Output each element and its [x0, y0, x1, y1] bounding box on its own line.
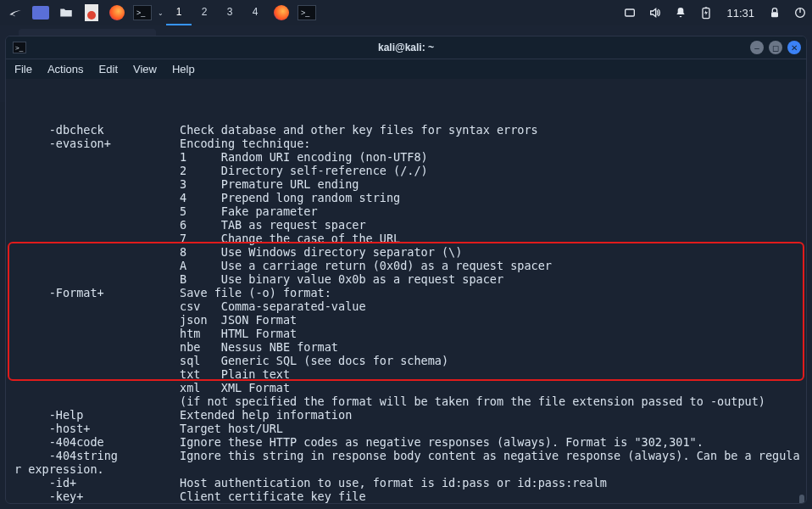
dashboard-icon[interactable] — [29, 2, 53, 24]
terminal-line: -Format+ Save file (-o) format: — [14, 286, 798, 299]
power-icon[interactable] — [792, 4, 809, 21]
terminal-line: txt Plain text — [14, 367, 798, 381]
terminal-line: csv Comma-separated-value — [14, 299, 798, 313]
lock-icon[interactable] — [766, 4, 783, 21]
terminal-line: htm HTML Format — [14, 327, 798, 340]
terminal-line: -Help Extended help information — [14, 408, 798, 422]
menu-edit[interactable]: Edit — [99, 63, 118, 76]
notifications-icon[interactable] — [672, 4, 689, 21]
files-icon[interactable] — [54, 2, 78, 24]
svg-rect-0 — [626, 9, 635, 16]
tray-app-icon[interactable] — [621, 4, 638, 21]
svg-rect-2 — [705, 7, 708, 8]
taskbar-left: >_ ⌄ 1234 >_ — [3, 0, 319, 25]
svg-rect-3 — [771, 12, 778, 17]
kali-logo-icon[interactable] — [3, 2, 27, 24]
minimize-button[interactable]: – — [750, 41, 764, 54]
taskbar-right: 11:31 — [621, 4, 809, 21]
terminal-line: (if not specified the format will be tak… — [14, 394, 798, 408]
terminal-line: r expression. — [14, 462, 798, 476]
terminal-line: -404code Ignore these HTTP codes as nega… — [14, 435, 798, 449]
terminal-line: 4 Prepend long random string — [14, 191, 798, 204]
terminal-menubar: FileActionsEditViewHelp — [6, 59, 806, 79]
volume-icon[interactable] — [647, 4, 664, 21]
terminal-launcher-dropdown[interactable]: ⌄ — [156, 9, 164, 17]
maximize-button[interactable]: ◻ — [769, 41, 782, 54]
clock[interactable]: 11:31 — [723, 7, 758, 20]
terminal-window: >_ kali@kali: ~ – ◻ ✕ FileActionsEditVie… — [5, 36, 807, 504]
document-icon[interactable] — [80, 2, 103, 24]
terminal-line: nbe Nessus NBE format — [14, 340, 798, 354]
terminal-line: 7 Change the case of the URL — [14, 232, 798, 245]
terminal-line: sql Generic SQL (see docs for schema) — [14, 354, 798, 367]
terminal-line: 3 Premature URL ending — [14, 177, 798, 191]
terminal-line: 8 Use Windows directory separator (\) — [14, 245, 798, 259]
terminal-line: xml XML Format — [14, 381, 798, 394]
workspace-tab-4[interactable]: 4 — [242, 0, 268, 25]
firefox-icon[interactable] — [105, 2, 129, 24]
terminal-body[interactable]: -dbcheck Check database and other key fi… — [6, 79, 806, 503]
terminal-line: -404string Ignore this string in respons… — [14, 449, 798, 462]
terminal-titlebar[interactable]: >_ kali@kali: ~ – ◻ ✕ — [6, 36, 806, 59]
menu-view[interactable]: View — [133, 63, 157, 76]
terminal-line: -host+ Target host/URL — [14, 422, 798, 435]
terminal-line: 2 Directory self-reference (/./) — [14, 164, 798, 177]
menu-file[interactable]: File — [14, 63, 32, 76]
workspace-switcher: 1234 — [166, 0, 268, 25]
battery-icon[interactable] — [698, 4, 715, 21]
terminal-line: 5 Fake parameter — [14, 204, 798, 218]
terminal-line: -id+ Host authentication to use, format … — [14, 476, 798, 489]
terminal-line: json JSON Format — [14, 313, 798, 327]
window-controls: – ◻ ✕ — [750, 41, 801, 54]
terminal-line: A Use a carriage return (0x0d) as a requ… — [14, 259, 798, 272]
scrollbar-thumb[interactable] — [799, 495, 804, 503]
terminal-line: -dbcheck Check database and other key fi… — [14, 123, 798, 137]
desktop-taskbar: >_ ⌄ 1234 >_ 11:31 — [0, 0, 812, 25]
terminal-line: 1 Random URI encoding (non-UTF8) — [14, 150, 798, 164]
terminal-launcher-icon[interactable]: >_ — [131, 2, 154, 24]
workspace-tab-2[interactable]: 2 — [192, 0, 217, 25]
menu-actions[interactable]: Actions — [47, 63, 84, 76]
menu-help[interactable]: Help — [172, 63, 195, 76]
terminal-running-icon[interactable]: >_ — [295, 2, 319, 24]
workspace-tab-1[interactable]: 1 — [166, 0, 192, 25]
terminal-titlebar-icon: >_ — [13, 42, 26, 53]
firefox-running-icon[interactable] — [270, 2, 293, 24]
workspace-tab-3[interactable]: 3 — [217, 0, 242, 25]
terminal-title: kali@kali: ~ — [378, 42, 434, 53]
terminal-line: -key+ Client certificate key file — [14, 489, 798, 503]
terminal-line: 6 TAB as request spacer — [14, 218, 798, 232]
close-button[interactable]: ✕ — [787, 41, 801, 54]
terminal-line: -evasion+ Encoding technique: — [14, 137, 798, 150]
terminal-line: B Use binary value 0x0b as a request spa… — [14, 272, 798, 286]
